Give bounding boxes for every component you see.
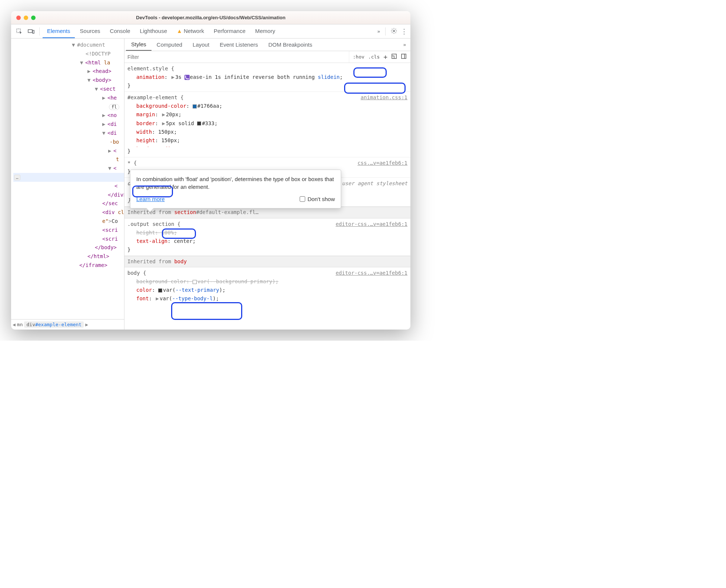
filter-actions: :hov .cls + bbox=[349, 51, 410, 63]
source-link[interactable]: css.…v=ae1feb6:1 bbox=[357, 159, 407, 167]
rule-element-style[interactable]: element.style { animation: ▶3s ease-in 1… bbox=[124, 63, 410, 92]
tooltip-popover: In combination with 'float' and 'positio… bbox=[130, 170, 341, 208]
dom-selected-row[interactable]: … bbox=[13, 173, 124, 182]
color-swatch-icon[interactable] bbox=[158, 288, 162, 293]
dom-node[interactable]: <scri bbox=[102, 236, 118, 242]
dom-node[interactable]: <scri bbox=[102, 227, 118, 233]
dom-node[interactable]: </sec bbox=[102, 200, 118, 206]
window-title: DevTools - developer.mozilla.org/en-US/d… bbox=[11, 15, 410, 20]
inherited-tag[interactable]: section bbox=[174, 209, 196, 215]
warning-icon: ▲ bbox=[177, 28, 182, 34]
dom-node[interactable]: </body> bbox=[95, 244, 117, 250]
cls-button[interactable]: .cls bbox=[368, 54, 380, 60]
learn-more-link[interactable]: Learn more bbox=[136, 195, 165, 203]
rule-body[interactable]: editor-css.…v=ae1feb6:1 body { backgroun… bbox=[124, 267, 410, 304]
sidetab-computed[interactable]: Computed bbox=[151, 39, 187, 51]
sidetab-layout[interactable]: Layout bbox=[187, 39, 214, 51]
more-tabs-icon[interactable]: » bbox=[377, 29, 380, 34]
kebab-icon[interactable]: ⋮ bbox=[401, 27, 407, 36]
gear-icon[interactable] bbox=[391, 28, 397, 35]
devtools-window: DevTools - developer.mozilla.org/en-US/d… bbox=[11, 11, 410, 330]
new-rule-icon[interactable]: + bbox=[383, 53, 387, 61]
inherited-tag[interactable]: body bbox=[174, 258, 187, 264]
more-sidetabs-icon[interactable]: » bbox=[400, 42, 409, 47]
sidetab-styles[interactable]: Styles bbox=[126, 39, 151, 51]
close-icon[interactable] bbox=[16, 16, 21, 20]
dom-node[interactable]: <no bbox=[107, 112, 117, 118]
tab-lighthouse[interactable]: Lighthouse bbox=[136, 24, 171, 38]
styles-list: element.style { animation: ▶3s ease-in 1… bbox=[124, 63, 410, 330]
crumb-item[interactable]: mn bbox=[17, 322, 23, 327]
dom-attr: -bo bbox=[110, 139, 119, 145]
hov-button[interactable]: :hov bbox=[353, 54, 364, 60]
filter-input[interactable] bbox=[124, 51, 349, 63]
svg-rect-2 bbox=[33, 30, 34, 33]
dom-attr: t bbox=[116, 156, 119, 162]
tab-performance[interactable]: Performance bbox=[209, 24, 250, 38]
sidetab-dombreak[interactable]: DOM Breakpoints bbox=[263, 39, 317, 51]
main-toolbar: Elements Sources Console Lighthouse ▲Net… bbox=[11, 24, 410, 39]
dom-node[interactable]: <sect bbox=[100, 86, 116, 92]
inspect-icon[interactable] bbox=[14, 26, 24, 37]
source-link[interactable]: animation.css:1 bbox=[361, 93, 407, 102]
tooltip-text: In combination with 'float' and 'positio… bbox=[136, 175, 335, 191]
separator bbox=[39, 27, 40, 36]
svg-point-3 bbox=[393, 30, 394, 31]
crumb-active[interactable]: div#example-element bbox=[24, 321, 84, 328]
prop-animation[interactable]: animation: ▶3s ease-in 1s infinite rever… bbox=[127, 73, 407, 81]
dom-node[interactable]: <he bbox=[107, 95, 117, 101]
dom-node[interactable]: <head> bbox=[93, 68, 111, 74]
dom-node[interactable]: <!DOCTYP bbox=[86, 51, 110, 57]
filter-bar: :hov .cls + bbox=[124, 51, 410, 63]
dom-node[interactable]: < bbox=[113, 165, 116, 171]
ua-stylesheet-label: user agent stylesheet bbox=[342, 179, 407, 188]
tab-network[interactable]: ▲Network bbox=[172, 24, 209, 38]
dom-node[interactable]: < bbox=[114, 183, 117, 189]
chevron-left-icon[interactable]: ◀ bbox=[13, 322, 16, 327]
zoom-icon[interactable] bbox=[31, 16, 36, 20]
css-var-link[interactable]: --text-primary bbox=[176, 287, 219, 293]
easing-icon[interactable] bbox=[184, 75, 190, 80]
toolbar-right: » ⋮ bbox=[377, 27, 407, 36]
elements-panel: ▼#document <!DOCTYP ▼<html <html lala ▶<… bbox=[11, 39, 124, 330]
source-link[interactable]: editor-css.…v=ae1feb6:1 bbox=[336, 269, 407, 277]
svg-rect-1 bbox=[28, 30, 32, 33]
dom-node[interactable]: <di bbox=[107, 130, 117, 136]
dom-node[interactable]: < bbox=[113, 148, 116, 154]
tab-elements[interactable]: Elements bbox=[43, 24, 75, 38]
sidetab-listeners[interactable]: Event Listeners bbox=[214, 39, 263, 51]
content-area: ▼#document <!DOCTYP ▼<html <html lala ▶<… bbox=[11, 39, 410, 330]
breadcrumb[interactable]: ◀ mn div#example-element ▶ bbox=[11, 319, 124, 330]
dom-hint-pill: fl bbox=[109, 104, 119, 110]
sidebar-toggle-icon[interactable] bbox=[401, 53, 407, 60]
dom-node[interactable]: </div> bbox=[108, 192, 124, 198]
dom-node[interactable]: </html> bbox=[87, 253, 109, 259]
inherited-from-section: Inherited from section#default-example.f… bbox=[124, 207, 410, 218]
dom-node[interactable]: #document bbox=[77, 42, 105, 48]
tab-memory[interactable]: Memory bbox=[251, 24, 280, 38]
minimize-icon[interactable] bbox=[24, 16, 28, 20]
checkbox-icon[interactable] bbox=[300, 196, 305, 202]
dom-node[interactable]: </iframe> bbox=[79, 262, 107, 268]
color-swatch-icon[interactable] bbox=[197, 121, 201, 126]
rule-example-element[interactable]: animation.css:1 #example-element { backg… bbox=[124, 92, 410, 157]
chevron-right-icon[interactable]: ▶ bbox=[85, 322, 88, 327]
dom-node[interactable]: <di bbox=[107, 121, 117, 127]
dom-node[interactable]: <body> bbox=[93, 77, 111, 83]
device-toggle-icon[interactable] bbox=[26, 26, 36, 37]
keyframe-link[interactable]: slidein bbox=[318, 74, 340, 80]
dom-tree[interactable]: ▼#document <!DOCTYP ▼<html <html lala ▶<… bbox=[11, 39, 124, 319]
rule-output-section[interactable]: editor-css.…v=ae1feb6:1 .output section … bbox=[124, 218, 410, 256]
tab-console[interactable]: Console bbox=[106, 24, 135, 38]
traffic-lights bbox=[11, 16, 36, 20]
tab-sources[interactable]: Sources bbox=[76, 24, 105, 38]
svg-rect-5 bbox=[402, 54, 406, 59]
computed-toggle-icon[interactable] bbox=[391, 53, 397, 60]
inherited-from-body: Inherited from body bbox=[124, 256, 410, 267]
color-swatch-icon[interactable] bbox=[193, 104, 197, 108]
dont-show-checkbox[interactable]: Don't show bbox=[300, 195, 335, 203]
styles-panel: Styles Computed Layout Event Listeners D… bbox=[124, 39, 410, 330]
titlebar: DevTools - developer.mozilla.org/en-US/d… bbox=[11, 11, 410, 24]
css-var-link[interactable]: --type-body-l bbox=[172, 295, 213, 301]
source-link[interactable]: editor-css.…v=ae1feb6:1 bbox=[336, 220, 407, 228]
